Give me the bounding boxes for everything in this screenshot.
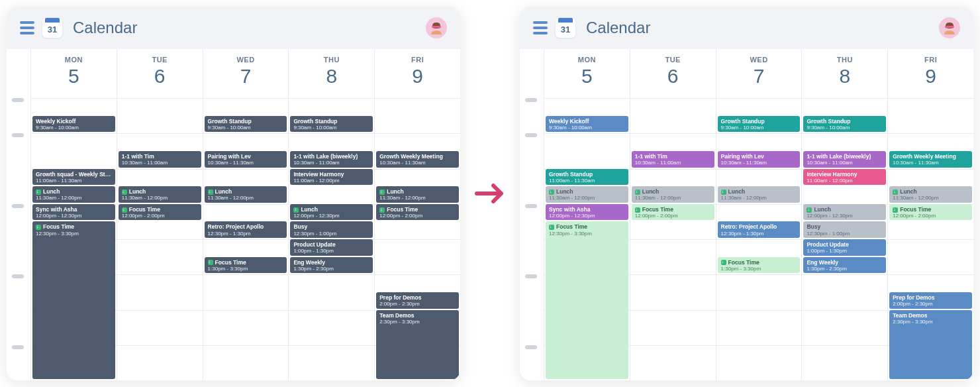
- calendar-event[interactable]: Weekly Kickoff9:30am - 10:00am: [546, 116, 628, 133]
- calendar-event[interactable]: Eng Weekly1:30pm - 2:30pm: [290, 257, 373, 274]
- calendar-event[interactable]: Growth Weekly Meeting10:30am - 11:30am: [889, 151, 972, 168]
- calendar-event[interactable]: Prep for Demos2:00pm - 2:30pm: [376, 292, 459, 309]
- event-time: 12:00pm - 12:30pm: [807, 213, 883, 219]
- calendar-event[interactable]: Focus Time12:00pm - 2:00pm: [632, 204, 714, 221]
- calendar-event[interactable]: Lunch11:30am - 12:00pm: [889, 186, 972, 203]
- calendar-event[interactable]: Lunch11:30am - 12:00pm: [632, 186, 714, 203]
- calendar-event[interactable]: Product Update1:00pm - 1:30pm: [290, 239, 373, 256]
- event-time: 11:30am - 12:00pm: [122, 195, 198, 201]
- day-number: 6: [117, 65, 203, 87]
- day-column: TUE61-1 with Tim10:30am - 11:00amLunch11…: [630, 49, 716, 380]
- svg-rect-3: [945, 26, 954, 28]
- calendar-event[interactable]: Lunch11:30am - 12:00pm: [205, 186, 287, 203]
- calendar-event[interactable]: Lunch11:30am - 12:00pm: [376, 186, 459, 203]
- calendar-event[interactable]: Focus Time12:00pm - 2:00pm: [376, 204, 459, 221]
- calendar-event[interactable]: Growth Standup9:30am - 10:00am: [803, 116, 886, 133]
- calendar-event[interactable]: Eng Weekly1:30pm - 2:30pm: [803, 257, 886, 274]
- event-time: 11:30am - 12:00pm: [549, 195, 625, 201]
- day-number: 6: [630, 65, 716, 87]
- events-area: 1-1 with Tim10:30am - 11:00amLunch11:30a…: [117, 98, 203, 380]
- calendar-event[interactable]: Lunch11:30am - 12:00pm: [32, 186, 115, 203]
- calendar-event[interactable]: Focus Time1:30pm - 3:30pm: [718, 257, 801, 274]
- event-title: 1-1 with Tim: [122, 153, 198, 160]
- calendar-event[interactable]: 1-1 with Lake (biweekly)10:30am - 11:00a…: [803, 151, 886, 168]
- day-column: WED7Growth Standup9:30am - 10:00amPairin…: [716, 49, 802, 380]
- spine-tick: [12, 133, 24, 137]
- event-title: Lunch: [122, 188, 198, 195]
- event-title: Pairing with Lev: [208, 153, 284, 160]
- spine-tick: [12, 345, 24, 349]
- svg-rect-1: [432, 26, 441, 28]
- calendar-event[interactable]: Focus Time12:00pm - 2:00pm: [119, 204, 201, 221]
- calendar-event[interactable]: 1-1 with Lake (biweekly)10:30am - 11:00a…: [290, 151, 373, 168]
- calendar-event[interactable]: Sync with Asha12:00pm - 12:30pm: [32, 204, 115, 221]
- day-header: MON5: [544, 49, 630, 98]
- calendar-event[interactable]: Prep for Demos2:00pm - 2:30pm: [889, 292, 972, 309]
- calendar-event[interactable]: Lunch11:30am - 12:00pm: [119, 186, 201, 203]
- calendar-event[interactable]: Interview Harmony11:00am - 12:00pm: [803, 169, 886, 186]
- avatar[interactable]: [939, 17, 960, 38]
- calendar-event[interactable]: Interview Harmony11:00am - 12:00pm: [290, 169, 373, 186]
- calendar-event[interactable]: Growth Standup9:30am - 10:00am: [718, 116, 801, 133]
- calendar-event[interactable]: Growth Standup9:30am - 10:00am: [205, 116, 287, 133]
- calendar-event[interactable]: Focus Time12:30pm - 3:30pm: [32, 221, 115, 379]
- event-time: 1:30pm - 2:30pm: [807, 266, 883, 272]
- day-header: TUE6: [117, 49, 203, 98]
- calendar-event[interactable]: Lunch11:30am - 12:00pm: [718, 186, 801, 203]
- event-time: 9:30am - 10:00am: [549, 125, 625, 131]
- spine-tick: [12, 204, 24, 208]
- spine-tick: [525, 133, 537, 137]
- calendar-event[interactable]: Growth Weekly Meeting10:30am - 11:30am: [376, 151, 459, 168]
- calendar-event[interactable]: Growth squad - Weekly Standup11:00am - 1…: [32, 169, 115, 186]
- calendar-event[interactable]: 1-1 with Tim10:30am - 11:00am: [119, 151, 201, 168]
- day-header: THU8: [289, 49, 374, 98]
- calendar-event[interactable]: Retro: Project Apollo12:30pm - 1:30pm: [205, 221, 287, 238]
- menu-icon[interactable]: [533, 21, 548, 34]
- day-column: FRI9Growth Weekly Meeting10:30am - 11:30…: [374, 49, 460, 380]
- calendar-event[interactable]: Product Update1:00pm - 1:30pm: [803, 239, 886, 256]
- event-title: Lunch: [721, 188, 797, 195]
- calendar-event[interactable]: Lunch12:00pm - 12:30pm: [290, 204, 373, 221]
- calendar-event[interactable]: Pairing with Lev10:30am - 11:30am: [205, 151, 287, 168]
- calendar-event[interactable]: Busy12:30pm - 1:00pm: [290, 221, 373, 238]
- calendar-event[interactable]: Busy12:30pm - 1:00pm: [803, 221, 886, 238]
- event-title: Product Update: [807, 241, 883, 248]
- event-time: 12:30pm - 1:00pm: [293, 231, 369, 237]
- calendar-grid: MON5Weekly Kickoff9:30am - 10:00amGrowth…: [544, 49, 973, 380]
- events-area: Growth Standup9:30am - 10:00am1-1 with L…: [802, 98, 887, 380]
- calendar-event[interactable]: Team Demos2:30pm - 3:30pm: [889, 310, 972, 380]
- calendar-icon-date: 31: [561, 25, 570, 34]
- reclaim-icon: [208, 260, 213, 265]
- menu-icon[interactable]: [20, 21, 34, 34]
- calendar-event[interactable]: Focus Time12:30pm - 3:30pm: [546, 221, 628, 379]
- avatar[interactable]: [426, 17, 447, 38]
- calendar-event[interactable]: Sync with Asha12:00pm - 12:30pm: [546, 204, 628, 221]
- event-time: 1:00pm - 1:30pm: [293, 248, 369, 254]
- calendar-event[interactable]: Focus Time1:30pm - 3:30pm: [205, 257, 287, 274]
- calendar-icon[interactable]: 31: [42, 18, 62, 38]
- event-title: Focus Time: [36, 223, 112, 230]
- events-area: Weekly Kickoff9:30am - 10:00amGrowth squ…: [31, 98, 117, 380]
- event-time: 12:00pm - 2:00pm: [379, 213, 456, 219]
- calendar-event[interactable]: Lunch12:00pm - 12:30pm: [803, 204, 886, 221]
- event-title: Sync with Asha: [549, 206, 625, 213]
- event-time: 9:30am - 10:00am: [36, 125, 112, 131]
- calendar-event[interactable]: Weekly Kickoff9:30am - 10:00am: [32, 116, 115, 133]
- event-time: 11:30am - 12:00pm: [893, 195, 969, 201]
- calendar-event[interactable]: Pairing with Lev10:30am - 11:30am: [718, 151, 801, 168]
- calendar-event[interactable]: Retro: Project Apollo12:30pm - 1:30pm: [718, 221, 801, 238]
- reclaim-icon: [549, 225, 554, 230]
- calendar-event[interactable]: Lunch11:30am - 12:00pm: [546, 186, 628, 203]
- event-time: 10:30am - 11:00am: [635, 160, 711, 166]
- calendar-event[interactable]: Growth Standup11:00am - 11:30am: [546, 169, 628, 186]
- calendar-icon[interactable]: 31: [556, 18, 575, 38]
- day-label: TUE: [630, 56, 716, 64]
- event-title: Lunch: [36, 188, 112, 195]
- event-time: 10:30am - 11:30am: [721, 160, 797, 166]
- event-title: Focus Time: [379, 206, 456, 213]
- calendar-event[interactable]: 1-1 with Tim10:30am - 11:00am: [632, 151, 714, 168]
- calendar-event[interactable]: Focus Time12:00pm - 2:00pm: [889, 204, 972, 221]
- calendar-event[interactable]: Team Demos2:30pm - 3:30pm: [376, 310, 459, 380]
- calendar-event[interactable]: Growth Standup9:30am - 10:00am: [290, 116, 373, 133]
- event-time: 12:00pm - 2:00pm: [893, 213, 969, 219]
